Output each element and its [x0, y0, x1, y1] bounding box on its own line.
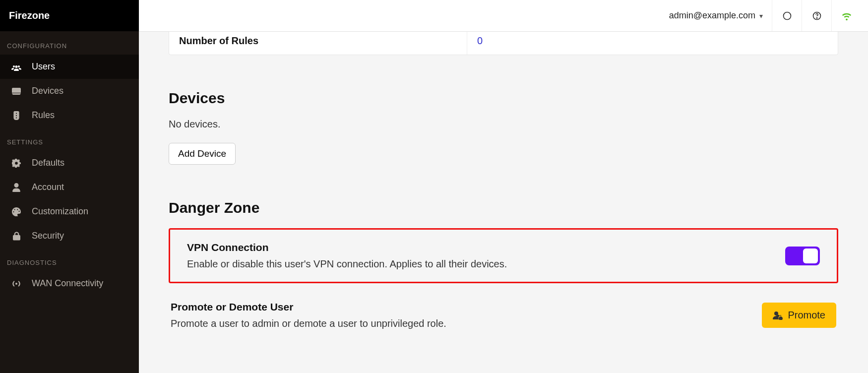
person-icon	[11, 183, 22, 192]
sidebar-item-label: Defaults	[32, 158, 64, 168]
topbar-icons	[772, 0, 861, 31]
rules-count-link[interactable]: 0	[477, 35, 483, 46]
users-icon	[11, 63, 22, 71]
promote-title: Promote or Demote User	[171, 301, 762, 313]
traffic-light-icon	[11, 111, 22, 120]
chevron-down-icon: ▾	[759, 12, 763, 20]
sidebar-item-security[interactable]: Security	[0, 224, 139, 248]
vpn-description: Enable or disable this user's VPN connec…	[187, 258, 785, 270]
vpn-connection-panel: VPN Connection Enable or disable this us…	[169, 228, 838, 283]
main-area: admin@example.com ▾ Number of Rules	[139, 0, 868, 373]
sidebar-item-label: WAN Connectivity	[32, 278, 103, 289]
sidebar-item-label: Devices	[32, 86, 63, 96]
sidebar-item-rules[interactable]: Rules	[0, 103, 139, 127]
promote-text: Promote or Demote User Promote a user to…	[171, 301, 762, 329]
info-table: Number of Rules 0	[169, 32, 838, 55]
wifi-icon	[841, 11, 852, 20]
danger-zone-heading: Danger Zone	[169, 199, 838, 216]
topbar: admin@example.com ▾	[139, 0, 868, 32]
promote-panel: Promote or Demote User Promote a user to…	[169, 301, 838, 329]
sidebar-item-label: Customization	[32, 206, 88, 217]
sidebar-item-users[interactable]: Users	[0, 55, 139, 79]
sidebar-item-label: Security	[32, 231, 64, 241]
palette-icon	[11, 207, 22, 216]
content: Number of Rules 0 Devices No devices. Ad…	[139, 32, 868, 373]
broadcast-icon	[11, 280, 22, 288]
promote-button-label: Promote	[788, 310, 825, 321]
info-value: 0	[467, 32, 838, 55]
sidebar-item-label: Rules	[32, 110, 55, 121]
sidebar-item-label: Account	[32, 182, 64, 192]
user-email: admin@example.com	[669, 10, 755, 21]
help-icon	[812, 11, 822, 21]
sidebar: Firezone CONFIGURATION Users Devices Rul…	[0, 0, 139, 373]
toggle-knob	[803, 249, 818, 263]
brand-title: Firezone	[0, 0, 139, 31]
gear-icon	[11, 159, 22, 168]
sidebar-item-account[interactable]: Account	[0, 175, 139, 199]
sidebar-section-settings: SETTINGS	[0, 127, 139, 151]
add-device-button[interactable]: Add Device	[169, 143, 236, 165]
help-button[interactable]	[802, 0, 831, 31]
user-menu[interactable]: admin@example.com ▾	[660, 0, 772, 31]
laptop-icon	[11, 87, 22, 95]
sidebar-item-defaults[interactable]: Defaults	[0, 151, 139, 175]
sidebar-section-diagnostics: DIAGNOSTICS	[0, 248, 139, 271]
sidebar-item-label: Users	[32, 62, 55, 72]
promote-description: Promote a user to admin or demote a user…	[171, 318, 762, 329]
sidebar-item-devices[interactable]: Devices	[0, 79, 139, 103]
promote-button[interactable]: Promote	[762, 303, 836, 328]
lock-icon	[11, 232, 22, 241]
circle-icon	[782, 11, 792, 21]
vpn-toggle[interactable]	[785, 247, 820, 265]
svg-point-0	[783, 12, 791, 19]
status-indicator-button[interactable]	[772, 0, 802, 31]
sidebar-item-customization[interactable]: Customization	[0, 199, 139, 224]
sidebar-item-wan-connectivity[interactable]: WAN Connectivity	[0, 271, 139, 296]
info-label: Number of Rules	[169, 32, 467, 55]
info-row-rules: Number of Rules 0	[169, 32, 838, 55]
user-promote-icon	[773, 311, 783, 320]
vpn-title: VPN Connection	[187, 242, 785, 253]
devices-empty-text: No devices.	[169, 119, 838, 130]
devices-heading: Devices	[169, 90, 838, 107]
connectivity-button[interactable]	[831, 0, 861, 31]
sidebar-section-configuration: CONFIGURATION	[0, 31, 139, 55]
vpn-text: VPN Connection Enable or disable this us…	[187, 242, 785, 270]
svg-point-2	[816, 17, 817, 18]
